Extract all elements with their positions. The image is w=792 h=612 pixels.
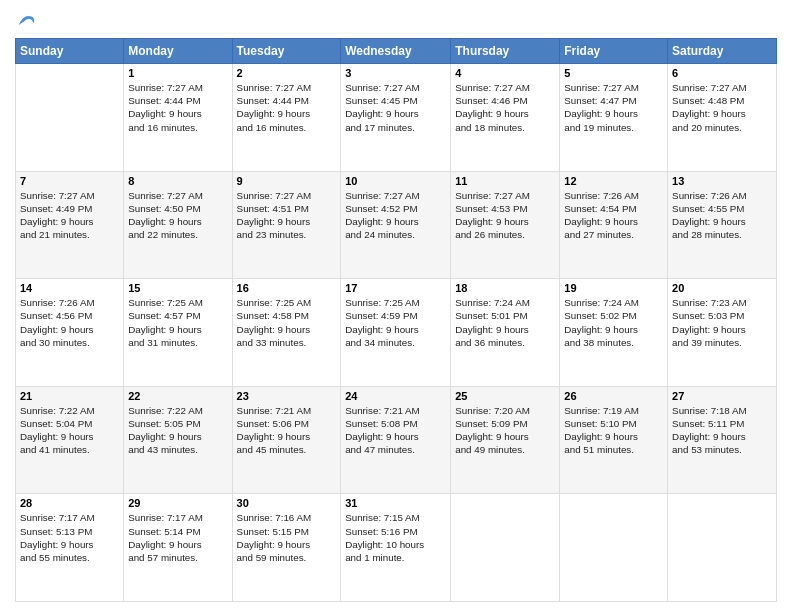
day-info: Sunrise: 7:27 AM Sunset: 4:52 PM Dayligh… — [345, 189, 446, 242]
week-row-1: 1Sunrise: 7:27 AM Sunset: 4:44 PM Daylig… — [16, 64, 777, 172]
day-info: Sunrise: 7:27 AM Sunset: 4:51 PM Dayligh… — [237, 189, 337, 242]
day-cell: 9Sunrise: 7:27 AM Sunset: 4:51 PM Daylig… — [232, 171, 341, 279]
day-number: 1 — [128, 67, 227, 79]
day-info: Sunrise: 7:27 AM Sunset: 4:48 PM Dayligh… — [672, 81, 772, 134]
day-number: 8 — [128, 175, 227, 187]
day-info: Sunrise: 7:25 AM Sunset: 4:59 PM Dayligh… — [345, 296, 446, 349]
col-header-thursday: Thursday — [451, 39, 560, 64]
day-info: Sunrise: 7:24 AM Sunset: 5:01 PM Dayligh… — [455, 296, 555, 349]
day-number: 14 — [20, 282, 119, 294]
day-cell: 28Sunrise: 7:17 AM Sunset: 5:13 PM Dayli… — [16, 494, 124, 602]
day-number: 18 — [455, 282, 555, 294]
day-cell: 2Sunrise: 7:27 AM Sunset: 4:44 PM Daylig… — [232, 64, 341, 172]
col-header-wednesday: Wednesday — [341, 39, 451, 64]
day-cell: 8Sunrise: 7:27 AM Sunset: 4:50 PM Daylig… — [124, 171, 232, 279]
day-cell: 13Sunrise: 7:26 AM Sunset: 4:55 PM Dayli… — [668, 171, 777, 279]
day-info: Sunrise: 7:22 AM Sunset: 5:05 PM Dayligh… — [128, 404, 227, 457]
day-info: Sunrise: 7:25 AM Sunset: 4:58 PM Dayligh… — [237, 296, 337, 349]
day-cell: 31Sunrise: 7:15 AM Sunset: 5:16 PM Dayli… — [341, 494, 451, 602]
day-cell: 4Sunrise: 7:27 AM Sunset: 4:46 PM Daylig… — [451, 64, 560, 172]
logo-icon — [17, 10, 37, 30]
col-header-tuesday: Tuesday — [232, 39, 341, 64]
day-cell: 1Sunrise: 7:27 AM Sunset: 4:44 PM Daylig… — [124, 64, 232, 172]
day-info: Sunrise: 7:26 AM Sunset: 4:54 PM Dayligh… — [564, 189, 663, 242]
day-cell: 30Sunrise: 7:16 AM Sunset: 5:15 PM Dayli… — [232, 494, 341, 602]
day-info: Sunrise: 7:27 AM Sunset: 4:50 PM Dayligh… — [128, 189, 227, 242]
day-info: Sunrise: 7:24 AM Sunset: 5:02 PM Dayligh… — [564, 296, 663, 349]
col-header-friday: Friday — [560, 39, 668, 64]
day-number: 15 — [128, 282, 227, 294]
week-row-5: 28Sunrise: 7:17 AM Sunset: 5:13 PM Dayli… — [16, 494, 777, 602]
day-cell — [668, 494, 777, 602]
day-cell — [16, 64, 124, 172]
day-number: 22 — [128, 390, 227, 402]
day-cell: 25Sunrise: 7:20 AM Sunset: 5:09 PM Dayli… — [451, 386, 560, 494]
day-cell: 3Sunrise: 7:27 AM Sunset: 4:45 PM Daylig… — [341, 64, 451, 172]
day-number: 31 — [345, 497, 446, 509]
day-info: Sunrise: 7:27 AM Sunset: 4:45 PM Dayligh… — [345, 81, 446, 134]
col-header-sunday: Sunday — [16, 39, 124, 64]
day-number: 9 — [237, 175, 337, 187]
calendar-table: SundayMondayTuesdayWednesdayThursdayFrid… — [15, 38, 777, 602]
day-cell: 11Sunrise: 7:27 AM Sunset: 4:53 PM Dayli… — [451, 171, 560, 279]
day-cell: 12Sunrise: 7:26 AM Sunset: 4:54 PM Dayli… — [560, 171, 668, 279]
day-info: Sunrise: 7:27 AM Sunset: 4:44 PM Dayligh… — [128, 81, 227, 134]
day-number: 11 — [455, 175, 555, 187]
day-cell: 29Sunrise: 7:17 AM Sunset: 5:14 PM Dayli… — [124, 494, 232, 602]
col-header-monday: Monday — [124, 39, 232, 64]
day-number: 6 — [672, 67, 772, 79]
day-cell: 20Sunrise: 7:23 AM Sunset: 5:03 PM Dayli… — [668, 279, 777, 387]
day-info: Sunrise: 7:15 AM Sunset: 5:16 PM Dayligh… — [345, 511, 446, 564]
day-info: Sunrise: 7:20 AM Sunset: 5:09 PM Dayligh… — [455, 404, 555, 457]
day-info: Sunrise: 7:27 AM Sunset: 4:44 PM Dayligh… — [237, 81, 337, 134]
day-number: 17 — [345, 282, 446, 294]
day-cell: 15Sunrise: 7:25 AM Sunset: 4:57 PM Dayli… — [124, 279, 232, 387]
day-cell: 27Sunrise: 7:18 AM Sunset: 5:11 PM Dayli… — [668, 386, 777, 494]
day-number: 19 — [564, 282, 663, 294]
day-cell: 24Sunrise: 7:21 AM Sunset: 5:08 PM Dayli… — [341, 386, 451, 494]
logo — [15, 10, 37, 30]
day-cell: 22Sunrise: 7:22 AM Sunset: 5:05 PM Dayli… — [124, 386, 232, 494]
day-number: 12 — [564, 175, 663, 187]
page: SundayMondayTuesdayWednesdayThursdayFrid… — [0, 0, 792, 612]
day-info: Sunrise: 7:19 AM Sunset: 5:10 PM Dayligh… — [564, 404, 663, 457]
week-row-2: 7Sunrise: 7:27 AM Sunset: 4:49 PM Daylig… — [16, 171, 777, 279]
day-number: 3 — [345, 67, 446, 79]
day-number: 10 — [345, 175, 446, 187]
day-number: 7 — [20, 175, 119, 187]
day-info: Sunrise: 7:17 AM Sunset: 5:13 PM Dayligh… — [20, 511, 119, 564]
day-number: 24 — [345, 390, 446, 402]
col-header-saturday: Saturday — [668, 39, 777, 64]
day-info: Sunrise: 7:27 AM Sunset: 4:49 PM Dayligh… — [20, 189, 119, 242]
day-cell — [451, 494, 560, 602]
day-number: 16 — [237, 282, 337, 294]
day-cell — [560, 494, 668, 602]
day-number: 21 — [20, 390, 119, 402]
day-cell: 14Sunrise: 7:26 AM Sunset: 4:56 PM Dayli… — [16, 279, 124, 387]
day-number: 20 — [672, 282, 772, 294]
day-number: 25 — [455, 390, 555, 402]
day-cell: 10Sunrise: 7:27 AM Sunset: 4:52 PM Dayli… — [341, 171, 451, 279]
day-cell: 16Sunrise: 7:25 AM Sunset: 4:58 PM Dayli… — [232, 279, 341, 387]
day-cell: 21Sunrise: 7:22 AM Sunset: 5:04 PM Dayli… — [16, 386, 124, 494]
day-cell: 6Sunrise: 7:27 AM Sunset: 4:48 PM Daylig… — [668, 64, 777, 172]
day-number: 23 — [237, 390, 337, 402]
day-info: Sunrise: 7:21 AM Sunset: 5:06 PM Dayligh… — [237, 404, 337, 457]
day-info: Sunrise: 7:27 AM Sunset: 4:46 PM Dayligh… — [455, 81, 555, 134]
day-cell: 19Sunrise: 7:24 AM Sunset: 5:02 PM Dayli… — [560, 279, 668, 387]
day-number: 30 — [237, 497, 337, 509]
day-info: Sunrise: 7:26 AM Sunset: 4:55 PM Dayligh… — [672, 189, 772, 242]
day-info: Sunrise: 7:22 AM Sunset: 5:04 PM Dayligh… — [20, 404, 119, 457]
day-cell: 18Sunrise: 7:24 AM Sunset: 5:01 PM Dayli… — [451, 279, 560, 387]
week-row-3: 14Sunrise: 7:26 AM Sunset: 4:56 PM Dayli… — [16, 279, 777, 387]
day-cell: 17Sunrise: 7:25 AM Sunset: 4:59 PM Dayli… — [341, 279, 451, 387]
day-info: Sunrise: 7:21 AM Sunset: 5:08 PM Dayligh… — [345, 404, 446, 457]
day-info: Sunrise: 7:25 AM Sunset: 4:57 PM Dayligh… — [128, 296, 227, 349]
day-number: 13 — [672, 175, 772, 187]
day-number: 28 — [20, 497, 119, 509]
day-info: Sunrise: 7:16 AM Sunset: 5:15 PM Dayligh… — [237, 511, 337, 564]
day-number: 26 — [564, 390, 663, 402]
day-number: 29 — [128, 497, 227, 509]
day-info: Sunrise: 7:26 AM Sunset: 4:56 PM Dayligh… — [20, 296, 119, 349]
day-cell: 5Sunrise: 7:27 AM Sunset: 4:47 PM Daylig… — [560, 64, 668, 172]
